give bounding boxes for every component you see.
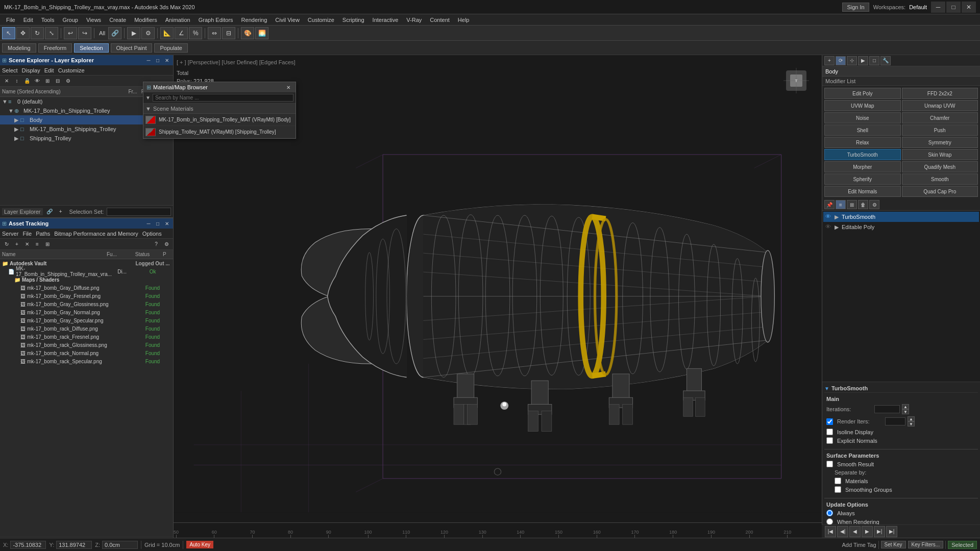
menu-create[interactable]: Create: [105, 14, 130, 25]
se-lock-btn[interactable]: 🔒: [22, 77, 32, 86]
menu-file[interactable]: File: [2, 14, 19, 25]
at-remove[interactable]: ✕: [22, 240, 32, 249]
menu-vray[interactable]: V-Ray: [402, 14, 426, 25]
key-filters-button[interactable]: Key Filters...: [908, 541, 944, 548]
ts-materials-check[interactable]: [835, 478, 841, 484]
close-button[interactable]: ✕: [962, 2, 976, 13]
at-grid[interactable]: ⊞: [43, 240, 52, 249]
menu-civil-view[interactable]: Civil View: [271, 14, 303, 25]
at-refresh[interactable]: ↻: [2, 240, 11, 249]
mod-btn-chamfer[interactable]: Chamfer: [902, 112, 978, 123]
scale-tool[interactable]: ⤡: [45, 27, 58, 39]
mod-btn-quad-cap-pro[interactable]: Quad Cap Pro: [902, 186, 978, 197]
rp-modify[interactable]: ⟳: [836, 56, 846, 65]
mirror-btn[interactable]: ⇔: [208, 27, 221, 39]
asset-tracking-titlebar[interactable]: ⊞ Asset Tracking ─ □ ✕: [0, 218, 173, 229]
mod-btn-unwrap-uvw[interactable]: Unwrap UVW: [902, 100, 978, 111]
percent-snap-btn[interactable]: %: [189, 27, 202, 39]
se-menu-display[interactable]: Display: [22, 67, 40, 73]
ts-render-iters-input[interactable]: 2: [885, 417, 905, 425]
material-editor-btn[interactable]: 🎨: [241, 27, 254, 39]
add-time-tag[interactable]: Add Time Tag: [842, 542, 876, 548]
mat-item-1[interactable]: MK-17_Bomb_in_Shipping_Trolley_MAT (VRay…: [143, 114, 296, 126]
mode-freeform[interactable]: Freeform: [38, 43, 72, 53]
redo-btn[interactable]: ↪: [78, 27, 91, 39]
at-menu-options[interactable]: Options: [142, 231, 162, 237]
se-menu-select[interactable]: Select: [2, 67, 18, 73]
rotate-tool[interactable]: ↻: [31, 27, 44, 39]
ts-explicit-check[interactable]: [826, 437, 833, 444]
mod-btn-relax[interactable]: Relax: [824, 137, 901, 148]
asset-item-3[interactable]: 🖼mk-17_bomb_Gray_Diffuse.pngFound: [0, 284, 173, 292]
menu-scripting[interactable]: Scripting: [338, 14, 369, 25]
at-settings[interactable]: ⚙: [162, 240, 171, 249]
menu-rendering[interactable]: Rendering: [237, 14, 272, 25]
panel-restore[interactable]: □: [154, 56, 162, 64]
mod-btn-symmetry[interactable]: Symmetry: [902, 137, 978, 148]
snap-btn[interactable]: 📐: [160, 27, 174, 39]
at-close[interactable]: ✕: [163, 219, 171, 228]
ts-iter-down[interactable]: ▼: [902, 409, 909, 414]
render-setup-btn[interactable]: ⚙: [141, 27, 155, 39]
mode-populate[interactable]: Populate: [154, 43, 187, 53]
mod-btn-push[interactable]: Push: [902, 124, 978, 136]
link-btn[interactable]: 🔗: [108, 27, 121, 39]
asset-item-8[interactable]: 🖼mk-17_bomb_rack_Diffuse.pngFound: [0, 324, 173, 333]
asset-item-12[interactable]: 🖼mk-17_bomb_rack_Specular.pngFound: [0, 357, 173, 365]
stack-list[interactable]: ≡: [836, 200, 846, 209]
se-expand-btn[interactable]: ⊞: [43, 77, 52, 86]
viewport-gizmo[interactable]: T: [781, 65, 812, 96]
ts-smooth-groups-check[interactable]: [835, 486, 841, 493]
transport-end[interactable]: ▶|: [886, 526, 897, 537]
mat-search-input[interactable]: [153, 94, 293, 102]
stack-pin[interactable]: 📌: [824, 200, 835, 209]
mod-btn-turbosmooth[interactable]: TurboSmooth: [824, 149, 901, 160]
mod-btn-ffd-2x2x2[interactable]: FFD 2x2x2: [902, 88, 978, 99]
rp-hierarchy[interactable]: ⊹: [847, 56, 857, 65]
se-sort-btn[interactable]: ↕: [12, 77, 21, 86]
select-tool[interactable]: ↖: [2, 27, 15, 39]
se-filter-btn[interactable]: ✕: [2, 77, 11, 86]
mat-close[interactable]: ✕: [284, 83, 292, 91]
at-help[interactable]: ?: [152, 240, 161, 249]
menu-edit[interactable]: Edit: [19, 14, 37, 25]
ts-ri-up[interactable]: ▲: [908, 416, 915, 421]
mode-object-paint[interactable]: Object Paint: [111, 43, 153, 53]
ts-render-iters-check[interactable]: [826, 418, 833, 425]
undo-btn[interactable]: ↩: [64, 27, 77, 39]
at-minimize[interactable]: ─: [144, 219, 153, 228]
rp-motion[interactable]: ▶: [858, 56, 868, 65]
mod-btn-quadify-mesh[interactable]: Quadify Mesh: [902, 161, 978, 172]
minimize-button[interactable]: ─: [931, 2, 945, 13]
asset-item-6[interactable]: 🖼mk-17_bomb_Gray_Normal.pngFound: [0, 308, 173, 316]
ts-iter-up[interactable]: ▲: [902, 404, 909, 409]
menu-graph-editors[interactable]: Graph Editors: [194, 14, 237, 25]
menu-group[interactable]: Group: [58, 14, 82, 25]
mod-btn-spherify[interactable]: Spherify: [824, 173, 901, 185]
menu-views[interactable]: Views: [82, 14, 105, 25]
se-vis-btn[interactable]: 👁: [33, 77, 42, 86]
mode-modeling[interactable]: Modeling: [2, 43, 36, 53]
selection-set-input[interactable]: [107, 208, 171, 216]
render-btn[interactable]: ▶: [127, 27, 140, 39]
asset-item-10[interactable]: 🖼mk-17_bomb_rack_Glossiness.pngFound: [0, 341, 173, 349]
stack-copy[interactable]: ⊞: [847, 200, 857, 209]
rp-utilities[interactable]: 🔧: [880, 56, 891, 65]
transport-play[interactable]: ▶: [862, 526, 873, 537]
timeline-track[interactable]: 5060708090100110120130140150160170180190…: [174, 523, 822, 538]
stack-configure[interactable]: ⚙: [869, 200, 879, 209]
asset-item-2[interactable]: 📁Maps / Shaders: [0, 276, 173, 284]
at-menu-bitmap[interactable]: Bitmap Performance and Memory: [54, 231, 138, 237]
rp-display[interactable]: □: [869, 56, 879, 65]
ts-always-radio[interactable]: [826, 510, 833, 516]
mod-btn-uvw-map[interactable]: UVW Map: [824, 100, 901, 111]
at-restore[interactable]: □: [154, 219, 162, 228]
ts-collapse-icon[interactable]: ▼: [824, 386, 829, 391]
asset-item-1[interactable]: 📄MK-17_Bomb_in_Shipping_Trolley_max_vra.…: [0, 267, 173, 276]
align-btn[interactable]: ⊟: [222, 27, 235, 39]
mode-selection[interactable]: Selection: [74, 43, 108, 53]
at-menu-paths[interactable]: Paths: [36, 231, 50, 237]
se-menu-edit[interactable]: Edit: [44, 67, 54, 73]
menu-tools[interactable]: Tools: [37, 14, 59, 25]
mod-btn-shell[interactable]: Shell: [824, 124, 901, 136]
